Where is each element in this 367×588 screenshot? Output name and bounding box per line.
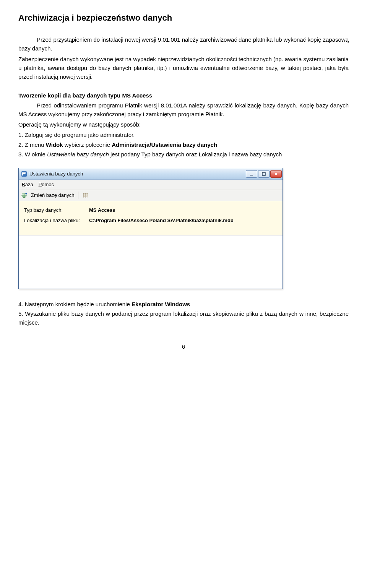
- window-close-button[interactable]: [270, 170, 282, 178]
- subheading-msaccess: Tworzenie kopii dla bazy danych typu MS …: [18, 91, 349, 100]
- db-location-label: Lokalizacja i nazwa pliku:: [24, 217, 89, 224]
- step-5: 5. Wyszukanie pliku bazy danych w podane…: [18, 309, 349, 327]
- window-minimize-button[interactable]: [246, 170, 257, 178]
- step-2-pre: 2. Z menu: [18, 141, 46, 148]
- step-2: 2. Z menu Widok wybierz polecenie Admini…: [18, 140, 349, 149]
- paragraph-2: Zabezpieczenie danych wykonywane jest na…: [18, 55, 349, 81]
- step-1: 1. Zaloguj się do programu jako administ…: [18, 130, 349, 139]
- page-number: 6: [18, 342, 349, 351]
- window-title: Ustawienia bazy danych: [29, 170, 246, 178]
- op-intro: Operację tą wykonujemy w następujący spo…: [18, 120, 349, 129]
- book-icon[interactable]: [82, 192, 89, 199]
- db-type-value: MS Access: [89, 206, 115, 214]
- toolbar-divider: [78, 192, 78, 199]
- svg-rect-3: [23, 174, 25, 174]
- step-3: 3. W oknie Ustawienia bazy danych jest p…: [18, 150, 349, 159]
- step-2-bold2: Administracja/Ustawienia bazy danych: [112, 141, 217, 148]
- svg-rect-2: [23, 172, 26, 174]
- globe-arrow-icon[interactable]: [21, 192, 28, 199]
- step-3-pre: 3. W oknie: [18, 151, 47, 158]
- settings-window: Ustawienia bazy danych Baza Pomoc Zmień …: [18, 168, 283, 289]
- toolbar-zmien-pre: Z: [31, 192, 34, 198]
- paragraph-3: Przed odinstalowaniem programu Płatnik w…: [18, 101, 349, 119]
- menu-baza-rest: aza: [25, 182, 33, 187]
- db-type-label: Typ bazy danych:: [24, 206, 89, 214]
- step-2-bold1: Widok: [46, 141, 63, 148]
- menubar: Baza Pomoc: [19, 180, 283, 190]
- step-4: 4. Następnym krokiem będzie uruchomienie…: [18, 300, 349, 309]
- window-maximize-button[interactable]: [258, 170, 270, 178]
- step-4-bold: Eksplorator Windows: [132, 301, 190, 307]
- step-2-mid: wybierz polecenie: [63, 141, 112, 148]
- step-3-post: jest podany Typ bazy danych oraz Lokaliz…: [109, 151, 282, 158]
- menu-baza[interactable]: Baza: [22, 181, 33, 188]
- menu-baza-u: B: [22, 182, 25, 187]
- window-titlebar: Ustawienia bazy danych: [19, 168, 283, 180]
- svg-rect-5: [262, 172, 265, 175]
- toolbar-change-db[interactable]: Zmień bazę danych: [31, 192, 74, 199]
- window-client-area: [19, 235, 283, 289]
- step-3-italic: Ustawienia bazy danych: [47, 151, 109, 158]
- menu-pomoc-u: P: [39, 182, 42, 187]
- toolbar: Zmień bazę danych: [19, 190, 283, 201]
- svg-rect-1: [22, 172, 23, 175]
- step-4-pre: 4. Następnym krokiem będzie uruchomienie: [18, 301, 132, 307]
- page-heading: Archiwizacja i bezpieczeństwo danych: [18, 11, 349, 24]
- db-location-value: C:\Program Files\Asseco Poland SA\Płatni…: [89, 217, 234, 224]
- menu-pomoc-rest: omoc: [42, 182, 54, 187]
- toolbar-zmien-post: ień bazę danych: [38, 192, 75, 198]
- menu-pomoc[interactable]: Pomoc: [39, 181, 54, 188]
- toolbar-zmien-u: m: [34, 192, 38, 198]
- svg-rect-4: [250, 175, 253, 175]
- paragraph-1: Przed przystąpieniem do instalacji nowej…: [18, 35, 349, 53]
- info-panel: Typ bazy danych: MS Access Lokalizacja i…: [19, 201, 283, 235]
- platnik-app-icon: [21, 171, 27, 177]
